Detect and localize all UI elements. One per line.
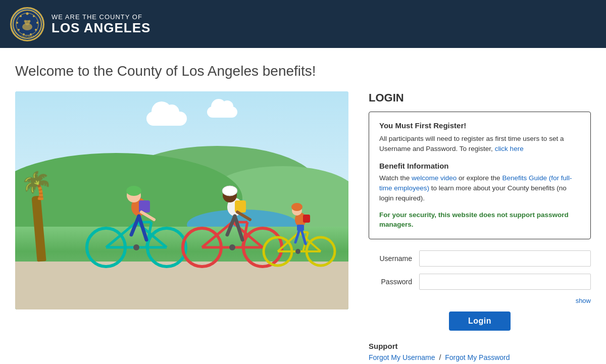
svg-point-10 <box>20 15 22 17</box>
seal-svg: CALIFORNIA <box>13 10 42 39</box>
username-label: Username <box>369 254 419 263</box>
svg-point-47 <box>229 244 235 250</box>
header-text: WE ARE THE COUNTY OF LOS ANGELES <box>52 13 150 35</box>
header-tagline: WE ARE THE COUNTY OF <box>52 13 150 21</box>
svg-point-63 <box>295 249 300 254</box>
svg-line-46 <box>235 216 242 240</box>
password-input[interactable] <box>419 274 591 290</box>
svg-point-4 <box>36 22 38 24</box>
page-content: Welcome to the County of Los Angeles ben… <box>5 48 601 364</box>
right-panel: LOGIN You Must First Register! All parti… <box>369 91 591 364</box>
password-row: Password <box>369 274 591 290</box>
svg-point-14 <box>28 20 31 22</box>
support-section: Support Forgot My Username / Forgot My P… <box>369 342 591 364</box>
svg-line-44 <box>237 212 250 220</box>
cloud-1 <box>146 112 187 126</box>
main-layout: 🌴 <box>15 91 591 364</box>
cyclists-svg <box>45 169 338 270</box>
benefit-info-text: Watch the welcome video or explore the B… <box>379 173 580 204</box>
site-header: CALIFORNIA WE ARE THE COUNTY OF LOS ANGE… <box>0 0 606 48</box>
svg-rect-43 <box>235 200 246 213</box>
svg-point-58 <box>291 203 302 211</box>
info-box: You Must First Register! All participant… <box>369 112 591 239</box>
info-box-register-text: All participants will need to register a… <box>379 134 580 154</box>
cloud-2 <box>207 107 237 118</box>
support-forgot-row: Forgot My Username / Forgot My Password <box>369 353 591 361</box>
cyclists-area <box>45 169 338 270</box>
svg-line-30 <box>139 216 146 240</box>
benefit-info-header: Benefit Information <box>379 162 580 170</box>
header-county: LOS ANGELES <box>52 21 150 35</box>
svg-point-3 <box>33 15 35 17</box>
username-input[interactable] <box>419 250 591 267</box>
left-panel: 🌴 <box>15 91 348 309</box>
click-here-link[interactable]: click here <box>495 145 524 152</box>
svg-point-13 <box>24 20 27 22</box>
info-box-header: You Must First Register! <box>379 121 580 130</box>
username-row: Username <box>369 250 591 267</box>
svg-point-42 <box>222 186 237 196</box>
svg-rect-27 <box>139 200 150 213</box>
show-link-row: show <box>369 297 591 304</box>
welcome-video-link[interactable]: welcome video <box>412 174 457 182</box>
svg-text:CALIFORNIA: CALIFORNIA <box>20 35 34 38</box>
svg-point-26 <box>126 186 141 196</box>
svg-point-2 <box>26 12 29 15</box>
svg-point-9 <box>16 22 18 24</box>
login-button[interactable]: Login <box>449 311 511 331</box>
county-seal: CALIFORNIA <box>10 7 44 41</box>
page-title: Welcome to the County of Los Angeles ben… <box>15 63 591 79</box>
forgot-username-link[interactable]: Forgot My Username <box>369 353 435 361</box>
svg-line-28 <box>141 212 154 220</box>
support-title: Support <box>369 342 591 350</box>
svg-point-31 <box>133 244 139 250</box>
forgot-password-link[interactable]: Forgot My Password <box>445 353 510 361</box>
password-label: Password <box>369 278 419 286</box>
show-password-button[interactable]: show <box>576 297 591 304</box>
svg-point-8 <box>18 29 20 31</box>
svg-point-5 <box>35 29 37 31</box>
hero-image: 🌴 <box>15 91 348 309</box>
benefits-guide-link[interactable]: Benefits Guide (for full-time employees) <box>379 174 572 192</box>
login-btn-row: Login <box>369 311 591 331</box>
security-notice: For your security, this website does not… <box>379 211 580 230</box>
svg-rect-59 <box>303 215 310 223</box>
link-divider: / <box>439 353 441 361</box>
login-section-title: LOGIN <box>369 91 591 105</box>
support-links: Forgot My Username / Forgot My Password … <box>369 353 591 364</box>
